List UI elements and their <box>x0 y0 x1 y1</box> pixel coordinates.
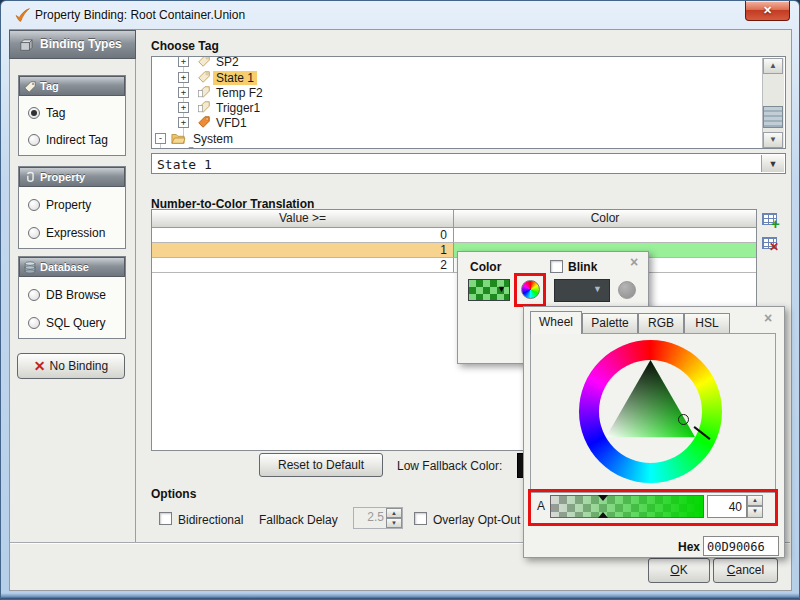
spinner-up-button[interactable]: ▲ <box>747 495 763 506</box>
tree-item-label[interactable]: System <box>190 132 236 146</box>
radio-tag[interactable] <box>28 107 40 119</box>
radio-db-browse[interactable] <box>28 289 40 301</box>
tree-scrollbar[interactable]: ▲ ▼ <box>762 58 784 148</box>
radio-expression[interactable] <box>28 227 40 239</box>
tree-item-system[interactable]: - System <box>152 131 785 146</box>
add-row-button[interactable]: + <box>760 210 784 232</box>
tab-palette[interactable]: Palette <box>582 313 638 334</box>
tree-item[interactable]: + VFD1 <box>152 115 785 130</box>
column-header-color[interactable]: Color <box>454 210 756 228</box>
table-cell-color[interactable] <box>454 228 756 243</box>
tree-item[interactable]: + Temp F2 <box>152 85 785 100</box>
color-swatch-dropdown[interactable]: ▼ <box>468 279 510 301</box>
scroll-down-button[interactable]: ▼ <box>763 132 783 148</box>
tag-tree[interactable]: + SP2 + State 1 + Temp F2 + Trigger1 + <box>151 56 786 149</box>
cancel-button[interactable]: Cancel <box>713 558 778 583</box>
table-cell-value-selected[interactable]: 1 <box>152 243 454 258</box>
no-binding-label: No Binding <box>50 359 109 373</box>
ok-button[interactable]: OK <box>648 558 710 583</box>
spinner-down-icon: ▼ <box>391 520 397 526</box>
scroll-up-icon: ▲ <box>769 61 777 70</box>
tree-item-label[interactable]: SP2 <box>213 56 242 69</box>
tag-solid-icon <box>196 115 212 129</box>
tree-item-label[interactable]: VFD1 <box>213 116 250 130</box>
overlay-optout-label[interactable]: Overlay Opt-Out <box>433 513 520 527</box>
blink-checkbox[interactable] <box>550 260 563 273</box>
no-binding-button[interactable]: ✕No Binding <box>17 353 125 379</box>
collapse-icon[interactable]: - <box>155 133 166 144</box>
alpha-spinner[interactable]: 40 <box>707 495 747 518</box>
delete-row-button[interactable]: ✕ <box>760 234 784 256</box>
fallback-delay-value[interactable]: 2.5 <box>354 510 384 524</box>
chevron-down-icon: ▼ <box>769 159 778 169</box>
tree-item-label[interactable]: Trigger1 <box>213 101 263 115</box>
radio-indirect-tag[interactable] <box>28 134 40 146</box>
hex-value[interactable]: 00D90066 <box>707 540 765 554</box>
spinner-up-button[interactable]: ▲ <box>386 508 402 518</box>
expander-icon[interactable]: + <box>178 72 189 83</box>
combo-dropdown-button[interactable]: ▼ <box>761 155 784 172</box>
binding-types-label: Binding Types <box>40 37 122 51</box>
tab-hsl[interactable]: HSL <box>684 313 730 334</box>
radio-property[interactable] <box>28 199 40 211</box>
bidirectional-checkbox[interactable] <box>159 512 172 525</box>
tree-item-label[interactable]: State 1 <box>213 71 257 85</box>
tree-item[interactable]: + SP2 <box>152 56 785 69</box>
close-icon: ✕ <box>763 4 772 16</box>
radio-indirect-tag-label[interactable]: Indirect Tag <box>46 133 108 147</box>
radio-tag-label[interactable]: Tag <box>46 106 65 120</box>
scroll-up-button[interactable]: ▲ <box>763 58 783 74</box>
alpha-slider[interactable] <box>550 495 704 518</box>
tree-item-label[interactable]: Temp F2 <box>213 86 266 100</box>
title-bar[interactable]: Property Binding: Root Container.Union ✕ <box>1 1 799 29</box>
radio-db-browse-label[interactable]: DB Browse <box>46 288 106 302</box>
tab-wheel[interactable]: Wheel <box>530 311 582 334</box>
expander-icon[interactable]: + <box>178 56 189 67</box>
radio-expression-label[interactable]: Expression <box>46 226 105 240</box>
reset-to-default-button[interactable]: Reset to Default <box>259 453 383 477</box>
tag-path-combo[interactable]: State 1 ▼ <box>151 153 786 174</box>
scroll-down-icon: ▼ <box>769 135 777 144</box>
fallback-delay-spinner[interactable]: 2.5 ▲ ▼ <box>353 507 403 529</box>
spinner-arrows[interactable]: ▲ ▼ <box>386 508 402 528</box>
property-group-title: Property <box>40 171 85 183</box>
spinner-down-button[interactable]: ▼ <box>386 518 402 528</box>
picker-close-icon[interactable]: × <box>764 312 772 324</box>
delete-icon: ✕ <box>769 240 779 254</box>
overlay-optout-checkbox[interactable] <box>414 512 427 525</box>
options-label: Options <box>151 487 196 501</box>
tag-doc-icon <box>196 100 212 114</box>
red-x-icon: ✕ <box>34 358 46 374</box>
table-cell-value[interactable]: 2 <box>152 258 454 273</box>
alpha-spinner-arrows[interactable]: ▲ ▼ <box>747 495 763 518</box>
scrollbar-thumb[interactable] <box>763 106 783 128</box>
spinner-down-button[interactable]: ▼ <box>747 506 763 518</box>
radio-property-label[interactable]: Property <box>46 198 91 212</box>
expander-icon[interactable]: + <box>178 117 189 128</box>
tree-item[interactable]: + Trigger1 <box>152 100 785 115</box>
bidirectional-label[interactable]: Bidirectional <box>178 513 243 527</box>
tab-rgb[interactable]: RGB <box>638 313 684 334</box>
radio-sql-query-label[interactable]: SQL Query <box>46 316 106 330</box>
window-close-button[interactable]: ✕ <box>745 1 790 21</box>
sv-selector-circle[interactable] <box>678 414 689 425</box>
blink-color-swatch-dropdown[interactable]: ▼ <box>554 279 610 302</box>
tag-path-value[interactable]: State 1 <box>157 157 212 172</box>
folder-icon <box>170 131 186 145</box>
expander-icon[interactable]: + <box>178 102 189 113</box>
alpha-value[interactable]: 40 <box>729 500 742 514</box>
alpha-marker-top[interactable] <box>598 495 608 501</box>
color-wheel-icon-button[interactable] <box>521 280 540 299</box>
alpha-marker-bottom[interactable] <box>598 512 608 518</box>
tree-item-selected[interactable]: + State 1 <box>152 70 785 85</box>
table-cell-value[interactable]: 0 <box>152 228 454 243</box>
expander-icon[interactable]: + <box>178 87 189 98</box>
sv-triangle[interactable] <box>579 340 722 483</box>
hex-field[interactable]: 00D90066 <box>703 536 779 556</box>
blink-label[interactable]: Blink <box>568 260 597 274</box>
column-header-value[interactable]: Value >= <box>152 210 454 228</box>
radio-sql-query[interactable] <box>28 317 40 329</box>
popup-close-icon[interactable]: × <box>630 256 638 268</box>
spinner-up-icon: ▲ <box>391 510 397 516</box>
window-bottom-edge <box>1 593 799 599</box>
